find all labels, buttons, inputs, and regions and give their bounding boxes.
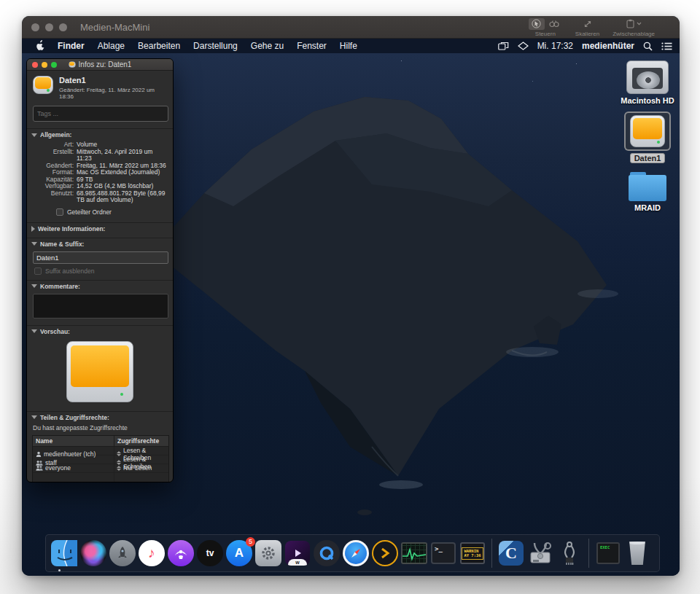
scale-tool[interactable]: Skalieren <box>575 17 599 37</box>
disclosure-triangle[interactable] <box>31 284 37 288</box>
section-vorschau-label: Vorschau: <box>40 328 70 335</box>
disclosure-triangle[interactable] <box>31 415 37 419</box>
dock-podcasts-icon[interactable] <box>167 539 195 567</box>
control-mode-button[interactable] <box>529 18 545 30</box>
menu-item-hilfe[interactable]: Hilfe <box>333 41 364 51</box>
tags-input[interactable] <box>33 106 168 122</box>
dock-activity-graph-icon[interactable] <box>400 539 428 567</box>
scale-icon <box>583 20 592 28</box>
binoculars-icon <box>549 20 559 28</box>
dock-media-app-icon[interactable]: w <box>284 539 311 567</box>
compass-needle-icon <box>345 542 367 564</box>
chevron-down-icon <box>637 22 642 26</box>
menu-clock[interactable]: Mi. 17:32 <box>537 41 573 51</box>
control-label: Steuern <box>535 31 556 37</box>
screen-sharing-window: Medien-MacMini <box>22 16 680 576</box>
dock-terminal-icon[interactable]: >_ <box>429 539 457 567</box>
close-button[interactable] <box>31 23 39 31</box>
dock-trash-icon[interactable] <box>623 539 651 567</box>
disclosure-triangle[interactable] <box>31 226 35 232</box>
share-window-titlebar[interactable]: Medien-MacMini <box>22 16 680 39</box>
dock-safari-icon[interactable] <box>342 539 370 567</box>
close-button[interactable] <box>32 62 38 68</box>
menu-item-ablage[interactable]: Ablage <box>91 41 131 51</box>
section-teilen-label: Teilen & Zugriffsrechte: <box>40 414 109 421</box>
gear-icon <box>260 544 277 562</box>
volume-header-icon <box>33 76 53 94</box>
dock-warning-display-icon[interactable]: WARNINAY 7:36 <box>459 539 486 567</box>
dock-exec-script-icon[interactable]: EXEC <box>594 539 622 567</box>
dock-system-preferences-icon[interactable] <box>254 539 282 567</box>
dock-launchpad-icon[interactable] <box>109 539 136 567</box>
section-teilen-zugriffsrechte[interactable]: Teilen & Zugriffsrechte: <box>27 412 173 423</box>
dock-plex-icon[interactable] <box>371 539 399 567</box>
dock-drive-health-icon[interactable] <box>526 539 554 567</box>
shared-folder-checkbox[interactable] <box>56 208 63 216</box>
custom-permissions-note: Du hast angepasste Zugriffsrechte <box>27 423 173 434</box>
section-kommentare[interactable]: Kommentare: <box>27 281 173 292</box>
dock-siri-icon[interactable] <box>79 539 107 567</box>
permissions-table-header: Name Zugriffsrechte <box>33 436 168 447</box>
section-name-suffix-label: Name & Suffix: <box>40 241 84 248</box>
section-vorschau[interactable]: Vorschau: <box>27 326 173 337</box>
info-value: Mittwoch, 24. April 2019 um 11:23 <box>77 149 168 163</box>
clipboard-label: Zwischenablage <box>612 31 655 37</box>
section-name-suffix[interactable]: Name & Suffix: <box>27 238 173 249</box>
menu-item-darstellung[interactable]: Darstellung <box>187 41 244 51</box>
permissions-table: Name Zugriffsrechte medienhueter (Ich) L… <box>32 435 169 483</box>
diamond-status-icon[interactable] <box>518 42 529 50</box>
dock-clone-app-icon[interactable]: C <box>497 539 525 567</box>
section-allgemein[interactable]: Allgemein: <box>27 129 173 140</box>
minimize-button[interactable] <box>45 23 53 31</box>
zoom-button[interactable] <box>51 62 57 68</box>
dock-separator <box>588 539 589 568</box>
notification-list-icon[interactable] <box>661 42 672 50</box>
menu-item-finder[interactable]: Finder <box>51 41 91 51</box>
clipboard-tool[interactable]: Zwischenablage <box>612 17 655 37</box>
desktop-icon-mraid[interactable]: MRAID <box>615 172 680 212</box>
dock-appstore-icon[interactable]: A 5 <box>225 539 253 567</box>
menu-item-fenster[interactable]: Fenster <box>290 41 333 51</box>
disclosure-triangle[interactable] <box>31 329 37 333</box>
info-window-titlebar[interactable]: Infos zu: Daten1 <box>27 59 173 71</box>
apple-menu[interactable] <box>29 40 51 52</box>
zoom-button[interactable] <box>59 23 67 31</box>
dock-quicktime-icon[interactable] <box>313 539 341 567</box>
selection-highlight <box>624 112 671 151</box>
menu-item-gehezu[interactable]: Gehe zu <box>244 41 290 51</box>
get-info-window: Infos zu: Daten1 Daten1 Geändert: Freita… <box>26 58 174 482</box>
dock-music-icon[interactable]: ♪ <box>138 539 166 567</box>
section-weitere-informationen[interactable]: Weitere Informationen: <box>27 223 173 234</box>
dock: ♪ tv A 5 <box>45 534 660 572</box>
desktop-icon-macintosh-hd[interactable]: Macintosh HD <box>615 60 680 105</box>
column-name: Name <box>33 436 114 446</box>
disclosure-triangle[interactable] <box>31 133 37 137</box>
section-allgemein-label: Allgemein: <box>40 131 71 138</box>
dock-appletv-icon[interactable]: tv <box>196 539 224 567</box>
mirror-displays-icon[interactable] <box>498 42 509 50</box>
hide-suffix-checkbox[interactable] <box>34 267 42 275</box>
dock-chip-extractor-icon[interactable] <box>556 539 583 567</box>
dock-finder-icon[interactable] <box>50 539 78 567</box>
observe-mode-button[interactable] <box>546 18 562 30</box>
section-weitere-label: Weitere Informationen: <box>38 225 105 232</box>
minimize-button[interactable] <box>42 62 47 68</box>
fast-user-switch[interactable]: medienhüter <box>582 41 634 51</box>
permission-row[interactable]: everyone Nur Lesen <box>33 464 168 473</box>
internal-drive-icon <box>626 60 669 94</box>
desktop-icon-daten1[interactable]: Daten1 <box>615 112 680 163</box>
volume-preview-icon <box>66 341 133 402</box>
menu-item-bearbeiten[interactable]: Bearbeiten <box>131 41 187 51</box>
comments-textarea[interactable] <box>33 294 168 319</box>
spotlight-search-icon[interactable] <box>643 42 653 51</box>
disclosure-triangle[interactable] <box>31 242 37 246</box>
permission-select[interactable]: Nur Lesen <box>114 464 168 472</box>
external-drive-icon <box>630 115 665 147</box>
info-label: Erstellt: <box>28 149 74 163</box>
permission-row[interactable]: staff Lesen & Schreiben <box>33 456 168 464</box>
volume-name-input[interactable] <box>33 251 168 264</box>
permission-row[interactable]: medienhueter (Ich) Lesen & Schreiben <box>33 447 168 456</box>
stepper-icon <box>117 466 121 471</box>
section-kommentare-label: Kommentare: <box>40 283 80 290</box>
permission-value: Nur Lesen <box>123 464 152 472</box>
